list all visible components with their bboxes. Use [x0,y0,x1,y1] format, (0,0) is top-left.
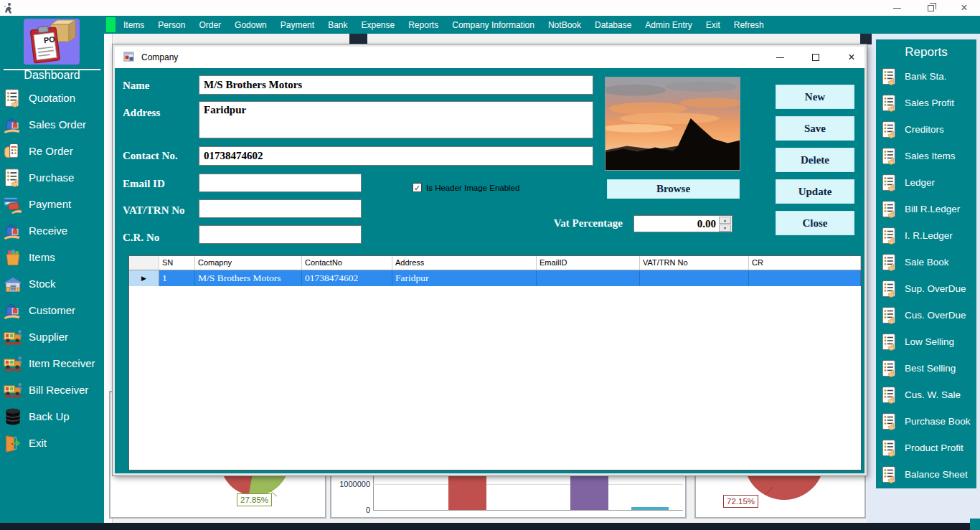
menu-item-expense[interactable]: Expense [361,20,395,30]
report-item-sup-overdue[interactable]: Sup. OverDue [876,275,976,302]
grid-column-contactno[interactable]: ContactNo [302,256,392,270]
reports-title: Reports [876,45,976,60]
menu-item-items[interactable]: Items [123,20,144,30]
grid-header-row: SN Comapny ContactNo Address EmailID VAT… [129,256,861,270]
report-item-i-r-ledger[interactable]: I. R.Ledger [876,222,976,249]
sidebar-item-sales-order[interactable]: Sales Order [0,111,104,138]
contact-input[interactable] [199,146,593,166]
sidebar-items: Quotation Sales Order Re Order Purchase … [0,85,104,456]
save-button[interactable]: Save [776,116,854,141]
report-clipboard-icon [880,306,899,325]
sidebar-item-payment[interactable]: Payment [0,191,104,217]
report-item-creditors[interactable]: Creditors [876,116,976,143]
report-item-sales-items[interactable]: Sales Items [876,143,976,169]
sidebar-item-exit[interactable]: Exit [0,430,104,456]
report-item-bill-r-ledger[interactable]: Bill R.Ledger [876,196,976,222]
menu-item-exit[interactable]: Exit [706,20,720,30]
menu-item-company-information[interactable]: Company Information [452,20,534,30]
grid-column-emailid[interactable]: EmailID [537,256,640,270]
report-item-cus-w-sale[interactable]: Cus. W. Sale [876,382,976,408]
window-restore-button[interactable] [925,0,936,16]
menu-item-order[interactable]: Order [199,20,221,30]
menu-item-payment[interactable]: Payment [281,20,314,30]
dialog-maximize-button[interactable] [810,49,821,65]
os-titlebar: × [0,0,980,16]
email-input[interactable] [199,174,362,192]
menu-item-database[interactable]: Database [595,20,631,30]
grid-row[interactable]: ▶ 1 M/S Brothers Motors 01738474602 Fari… [129,270,861,286]
pie-percentage-label: 27.85% [237,493,272,506]
grid-cell-comapny: M/S Brothers Motors [195,270,302,286]
sidebar-item-back-up[interactable]: Back Up [0,403,104,430]
report-item-cus-overdue[interactable]: Cus. OverDue [876,302,976,328]
new-button[interactable]: New [776,85,854,109]
grid-column-cr[interactable]: CR [749,256,861,270]
sidebar-item-receive[interactable]: Receive [0,217,104,244]
menu-item-notbook[interactable]: NotBook [548,20,581,30]
sidebar-item-item-receiver[interactable]: Item Receiver [0,350,104,377]
sidebar-item-stock[interactable]: Stock [0,270,104,297]
dialog-close-button[interactable]: × [846,49,857,65]
report-item-ledger[interactable]: Ledger [876,169,976,196]
report-item-bank-sta[interactable]: Bank Sta. [876,63,976,90]
menu-item-bank[interactable]: Bank [328,20,347,30]
report-item-purchase-book[interactable]: Purchase Book [876,408,976,435]
report-item-low-selling[interactable]: Low Selling [876,328,976,355]
delete-button[interactable]: Delete [776,148,854,172]
phone-hand-icon [3,141,23,161]
report-item-best-selling[interactable]: Best Selling [876,355,976,382]
close-button[interactable]: Close [776,211,854,235]
report-item-sales-profit[interactable]: Sales Profit [876,90,976,116]
update-button[interactable]: Update [776,179,854,204]
sidebar-item-customer[interactable]: Customer [0,297,104,323]
report-clipboard-icon [880,359,899,378]
report-clipboard-icon [880,253,899,272]
report-item-balance-sheet[interactable]: Balance Sheet [876,461,976,488]
cr-input[interactable] [199,225,362,244]
window-close-button[interactable]: × [958,0,970,16]
vat-percentage-input[interactable] [634,216,717,232]
company-dialog: Company × Name Address Contact No. Email… [113,44,867,475]
sidebar-item-re-order[interactable]: Re Order [0,138,104,164]
grid-column-sn[interactable]: SN [159,256,195,270]
report-clipboard-icon [880,465,899,484]
report-item-sale-book[interactable]: Sale Book [876,249,976,275]
dialog-titlebar[interactable]: Company × [115,47,864,68]
report-clipboard-icon [880,412,899,431]
window-minimize-button[interactable] [891,0,903,16]
menu-item-refresh[interactable]: Refresh [734,20,764,30]
sidebar-item-bill-receiver[interactable]: Bill Receiver [0,377,104,403]
active-menu-indicator [106,17,116,32]
dialog-body: Name Address Contact No. Email ID VAT/TR… [115,68,864,473]
sidebar-item-quotation[interactable]: Quotation [0,85,104,111]
report-item-product-profit[interactable]: Product Profit [876,435,976,461]
credit-card-icon [3,194,23,214]
name-input[interactable] [199,75,593,95]
grid-cell-sn: 1 [159,270,195,286]
report-clipboard-icon [880,386,899,404]
browse-button[interactable]: Browse [607,179,740,199]
dialog-minimize-button[interactable] [774,49,786,65]
report-clipboard-icon [880,200,899,219]
sidebar-item-supplier[interactable]: Supplier [0,323,104,350]
report-clipboard-icon [880,280,899,298]
grid-column-address[interactable]: Address [392,256,537,270]
stepper-up-button[interactable]: ▲ [719,217,731,224]
vat-trn-input[interactable] [199,199,362,218]
background-window-fragment [349,34,367,44]
database-icon [3,407,23,427]
menu-item-reports[interactable]: Reports [408,20,438,30]
sidebar-item-items[interactable]: Items [0,244,104,270]
address-input[interactable]: Faridpur [199,101,593,138]
menu-item-godown[interactable]: Godown [235,20,267,30]
grid-column-comapny[interactable]: Comapny [195,256,302,270]
header-image-checkbox[interactable]: ✓ Is Header Image Enabled [413,183,519,192]
stepper-down-button[interactable]: ▼ [719,224,731,232]
shopping-bag-hand-icon [3,115,23,135]
grid-column-vat-trn[interactable]: VAT/TRN No [640,256,749,270]
sidebar-item-purchase[interactable]: Purchase [0,164,104,191]
restore-icon [928,5,934,11]
menu-item-admin-entry[interactable]: Admin Entry [645,20,692,30]
menu-item-person[interactable]: Person [158,20,185,30]
vat-trn-label: VAT/TRN No [123,203,185,217]
